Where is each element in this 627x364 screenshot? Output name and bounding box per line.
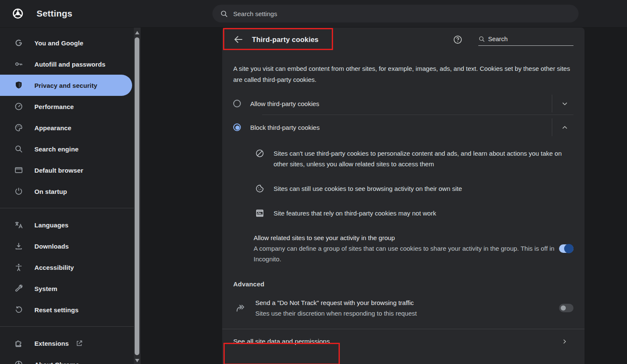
wrench-icon xyxy=(14,284,23,293)
magnifier-icon xyxy=(14,144,23,154)
option-label: Block third-party cookies xyxy=(250,124,319,131)
sidebar-item-about-chrome[interactable]: About Chrome xyxy=(0,354,134,364)
third-party-cookies-card: Third-party cookies xyxy=(222,28,585,364)
shield-icon xyxy=(14,81,23,90)
sidebar-item-performance[interactable]: Performance xyxy=(0,96,134,117)
cookie-icon xyxy=(255,184,265,193)
sidebar-item-privacy-and-security[interactable]: Privacy and security xyxy=(0,75,132,96)
do-not-track-title: Send a "Do Not Track" request with your … xyxy=(255,297,417,308)
sidebar-item-label: System xyxy=(34,285,57,292)
sidebar-divider xyxy=(0,326,134,327)
sidebar-item-label: Search engine xyxy=(34,146,79,153)
accessibility-icon xyxy=(14,263,23,272)
list-item: Site features that rely on third-party c… xyxy=(255,208,573,218)
divider xyxy=(552,95,552,112)
app-title: Settings xyxy=(37,8,72,19)
option-allow-third-party-cookies[interactable]: Allow third-party cookies xyxy=(233,92,573,115)
main-content-area: Third-party cookies xyxy=(141,28,627,364)
help-icon[interactable] xyxy=(453,35,463,45)
sidebar-item-label: Performance xyxy=(34,103,74,110)
sidebar-divider xyxy=(0,208,134,208)
radio-unselected[interactable] xyxy=(233,100,241,107)
cookie-options: Allow third-party cookies Block third-pa… xyxy=(233,92,573,140)
sidebar-item-label: You and Google xyxy=(34,39,83,47)
related-sites-row: Allow related sites to see your activity… xyxy=(233,232,573,264)
sidebar-item-label: Default browser xyxy=(34,167,83,174)
settings-search-input[interactable] xyxy=(233,10,571,17)
sidebar-item-label: Downloads xyxy=(34,243,69,250)
sidebar-item-label: Autofill and passwords xyxy=(34,61,105,68)
sidebar-item-search-engine[interactable]: Search engine xyxy=(0,138,134,160)
chrome-settings-window: Settings You and Google xyxy=(0,0,627,364)
search-icon xyxy=(220,10,228,18)
sidebar-item-label: Appearance xyxy=(34,124,71,132)
do-not-track-toggle[interactable] xyxy=(559,304,573,312)
advanced-section-label: Advanced xyxy=(233,280,573,288)
intro-text: A site you visit can embed content from … xyxy=(233,63,573,85)
sidebar-item-accessibility[interactable]: Accessibility xyxy=(0,257,134,278)
chevron-down-icon[interactable] xyxy=(562,101,568,107)
do-not-track-row: Send a "Do Not Track" request with your … xyxy=(233,297,573,319)
do-not-track-icon xyxy=(235,302,246,314)
sidebar-item-you-and-google[interactable]: You and Google xyxy=(0,32,134,53)
detail-text: Sites can still use cookies to see brows… xyxy=(274,183,462,194)
topbar: Settings xyxy=(0,0,627,28)
page-header: Third-party cookies xyxy=(233,28,573,51)
google-g-icon xyxy=(14,38,23,48)
sidebar-item-autofill[interactable]: Autofill and passwords xyxy=(0,53,134,75)
detail-text: Site features that rely on third-party c… xyxy=(274,208,436,218)
in-page-search-input[interactable] xyxy=(488,36,573,42)
sidebar-item-on-startup[interactable]: On startup xyxy=(0,181,134,202)
key-icon xyxy=(14,59,23,69)
option-block-third-party-cookies[interactable]: Block third-party cookies xyxy=(233,115,573,140)
palette-icon xyxy=(14,123,23,132)
sidebar-item-default-browser[interactable]: Default browser xyxy=(0,160,134,181)
sidebar-item-downloads[interactable]: Downloads xyxy=(0,235,134,257)
speedometer-icon xyxy=(14,102,23,111)
chevron-up-icon[interactable] xyxy=(562,124,568,131)
divider xyxy=(552,118,552,136)
sidebar-item-extensions[interactable]: Extensions xyxy=(0,333,134,354)
search-icon xyxy=(478,36,485,42)
option-label: Allow third-party cookies xyxy=(250,100,319,107)
in-page-search[interactable] xyxy=(478,36,573,46)
sidebar: You and Google Autofill and passwords Pr… xyxy=(0,28,134,364)
browser-window-icon xyxy=(14,165,23,175)
sidebar-item-label: About Chrome xyxy=(34,361,79,364)
sidebar-item-languages[interactable]: Languages xyxy=(0,214,134,235)
page-title: Third-party cookies xyxy=(252,36,319,44)
puzzle-icon xyxy=(14,339,23,348)
site-features-icon xyxy=(255,208,265,218)
blocked-icon xyxy=(255,148,265,158)
chrome-logo-small-icon xyxy=(14,360,23,364)
detail-text: Sites can't use third-party cookies to p… xyxy=(274,148,573,169)
list-item: Sites can't use third-party cookies to p… xyxy=(255,148,573,169)
sidebar-item-system[interactable]: System xyxy=(0,278,134,299)
radio-selected[interactable] xyxy=(233,123,241,131)
scrollbar-up-arrow[interactable] xyxy=(135,31,139,34)
block-details: Sites can't use third-party cookies to p… xyxy=(233,148,573,218)
open-in-new-icon xyxy=(76,340,83,347)
see-all-site-data-row[interactable]: See all site data and permissions xyxy=(233,329,573,354)
see-all-site-data-label: See all site data and permissions xyxy=(233,338,330,345)
related-sites-toggle[interactable] xyxy=(559,244,573,253)
list-item: Sites can still use cookies to see brows… xyxy=(255,183,573,194)
sidebar-item-label: Languages xyxy=(34,221,68,229)
sidebar-item-label: Privacy and security xyxy=(34,82,97,89)
sidebar-item-label: Reset settings xyxy=(34,306,79,314)
scrollbar[interactable] xyxy=(134,28,141,364)
scrollbar-down-arrow[interactable] xyxy=(135,359,139,362)
brand: Settings xyxy=(0,8,212,20)
settings-search-bar[interactable] xyxy=(212,5,579,22)
scrollbar-thumb[interactable] xyxy=(135,37,139,355)
translate-icon xyxy=(14,220,23,230)
sidebar-item-reset-settings[interactable]: Reset settings xyxy=(0,299,134,320)
chrome-logo-icon xyxy=(12,8,24,20)
power-icon xyxy=(14,187,23,196)
back-arrow-icon[interactable] xyxy=(233,34,243,45)
sidebar-item-label: Extensions xyxy=(34,340,69,347)
sidebar-item-appearance[interactable]: Appearance xyxy=(0,117,134,138)
download-icon xyxy=(14,241,23,251)
reset-icon xyxy=(14,305,23,314)
sidebar-item-label: On startup xyxy=(34,188,67,195)
